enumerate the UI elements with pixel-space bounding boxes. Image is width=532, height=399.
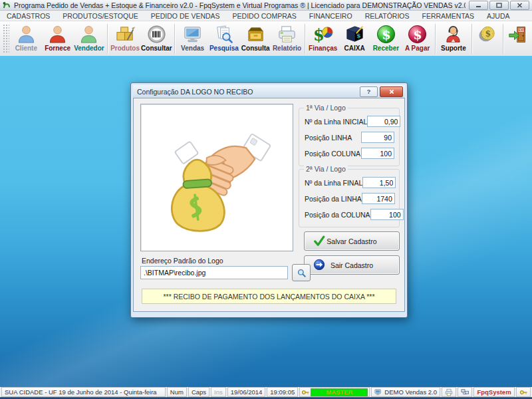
menu-relatorios[interactable]: RELATÓRIOS: [365, 12, 410, 20]
toolbar-button-label: Produtos: [110, 45, 140, 52]
exit-dialog-button-label: Sair Cadastro: [331, 261, 373, 269]
monitor-icon: [182, 23, 203, 45]
logo-path-input[interactable]: [140, 266, 288, 279]
field-label-linha-inicial: Nº da Linha INICIAL: [305, 118, 367, 126]
dialog-footer-note: *** RECIBO DE PAGAMENTO DOS LANÇAMENTOS …: [142, 289, 396, 304]
toolbar-button-receber[interactable]: $ Receber: [370, 22, 402, 56]
statusbar-date: 19/06/2014: [227, 387, 266, 397]
toolbar-button-label: Fornece: [45, 45, 70, 52]
toolbar-button-label: Pesquisa: [209, 45, 239, 52]
svg-text:$: $: [413, 27, 422, 42]
save-button-label: Salvar Cadastro: [327, 237, 376, 245]
desktop-background: Configuração DA LOGO NO RECIBO ?: [0, 56, 532, 387]
dollar-pie-icon: $: [313, 23, 333, 45]
group-first-via: 1ª Via / Logo Nº da Linha INICIAL Posiçã…: [299, 108, 400, 166]
key-icon: [301, 388, 309, 396]
key-icon: [519, 388, 527, 396]
search-pages-icon: [213, 23, 234, 45]
window-title: Programa Pedido de Vendas + Estoque & Fi…: [14, 1, 466, 9]
linha-final-input[interactable]: [362, 177, 396, 188]
linha-inicial-input[interactable]: [367, 116, 400, 127]
toolbar-button-consultar[interactable]: Consultar: [141, 22, 172, 56]
toolbar-button-produtos[interactable]: Produtos: [109, 22, 140, 56]
toolbar-button-label: Finanças: [309, 45, 337, 52]
statusbar-location: SUA CIDADE - UF 19 de Junho de 2014 - Qu…: [1, 387, 166, 397]
statusbar: SUA CIDADE - UF 19 de Junho de 2014 - Qu…: [0, 387, 532, 397]
toolbar-button-financas[interactable]: $ Finanças: [307, 22, 338, 56]
posicao-da-linha-input[interactable]: [362, 193, 395, 204]
menu-financeiro[interactable]: FINANCEIRO: [309, 12, 352, 20]
arrow-right-circle-icon: [313, 259, 325, 272]
posicao-linha-input[interactable]: [361, 132, 394, 143]
exit-dialog-button[interactable]: Sair Cadastro: [304, 255, 400, 275]
field-label-linha-final: Nº da Linha FINAL: [305, 179, 362, 187]
statusbar-brand: FpqSystem: [473, 387, 515, 397]
app-mini-icon: [374, 388, 382, 396]
printer-icon: [277, 23, 297, 45]
toolbar-button-relatorio[interactable]: Relatório: [271, 22, 303, 56]
boxes-icon: [115, 23, 136, 45]
magnifier-icon: [297, 268, 307, 278]
close-button[interactable]: [510, 1, 529, 10]
statusbar-version-panel: DEMO Vendas 2.0: [371, 387, 440, 397]
toolbar-separator: [107, 24, 108, 54]
toolbar-button-exit[interactable]: EXIT: [505, 22, 532, 56]
toolbar-button-consulta[interactable]: Consulta: [240, 22, 271, 56]
menu-pedido-compras[interactable]: PEDIDO COMPRAS: [233, 12, 297, 20]
field-label-posicao-da-coluna: Posição da COLUNA: [305, 211, 370, 219]
statusbar-caps: Caps: [188, 387, 209, 397]
browse-logo-button[interactable]: [292, 264, 311, 281]
dialog-help-button[interactable]: ?: [360, 86, 378, 97]
posicao-da-coluna-input[interactable]: [370, 209, 404, 220]
toolbar-button-a-pagar[interactable]: $ A Pagar: [402, 22, 433, 56]
user-badge: MASTER: [311, 388, 368, 396]
pay-money-icon: $: [407, 23, 428, 45]
toolbar-button-coin[interactable]: $: [473, 22, 500, 56]
toolbar-button-pesquisa[interactable]: Pesquisa: [208, 22, 239, 56]
logo-config-dialog: Configuração DA LOGO NO RECIBO ?: [130, 82, 408, 318]
dialog-titlebar[interactable]: Configuração DA LOGO NO RECIBO ?: [133, 85, 405, 98]
toolbar-button-suporte[interactable]: Suporte: [438, 22, 469, 56]
supplier-person-icon: [47, 23, 68, 45]
toolbar-button-label: Relatório: [273, 45, 301, 52]
file-drawer-icon: [245, 23, 266, 45]
menu-ajuda[interactable]: AJUDA: [487, 12, 509, 20]
seller-person-icon: [78, 23, 99, 45]
save-button[interactable]: Salvar Cadastro: [304, 231, 400, 251]
svg-text:$: $: [485, 28, 491, 38]
group-title: 1ª Via / Logo: [304, 104, 348, 112]
group-title: 2ª Via / Logo: [304, 165, 348, 173]
dialog-close-button[interactable]: [380, 86, 403, 97]
toolbar-button-vendedor[interactable]: Vendedor: [73, 22, 104, 56]
toolbar-separator: [435, 24, 436, 54]
network-icon: [461, 388, 469, 396]
menu-cadastros[interactable]: CADASTROS: [7, 12, 50, 20]
maximize-button[interactable]: [489, 1, 509, 10]
toolbar-button-label: Cliente: [15, 45, 37, 52]
toolbar-button-cliente[interactable]: Cliente: [11, 22, 42, 56]
toolbar-button-caixa[interactable]: $ CAIXA: [338, 22, 370, 56]
dialog-title: Configuração DA LOGO NO RECIBO: [137, 88, 358, 96]
exit-sign-text: EXIT: [519, 28, 525, 31]
field-label-posicao-da-linha: Posição da LINHA: [305, 195, 362, 203]
menu-ferramentas[interactable]: FERRAMENTAS: [422, 12, 475, 20]
minimize-button[interactable]: [469, 1, 488, 10]
toolbar-gripper: [3, 24, 9, 54]
exit-door-icon: EXIT: [508, 23, 529, 45]
menu-pedido-de-vendas[interactable]: PEDIDO DE VENDAS: [151, 12, 220, 20]
receive-money-icon: $: [376, 23, 396, 45]
handshake-moneybag-image: [152, 115, 282, 240]
statusbar-printer-panel[interactable]: [442, 387, 456, 397]
svg-text:$: $: [382, 27, 390, 42]
logo-preview-panel: [140, 104, 293, 251]
menu-produtos-estoque[interactable]: PRODUTOS/ESTOQUE: [63, 12, 138, 20]
posicao-coluna-input[interactable]: [361, 148, 394, 159]
toolbar-button-label: Vendedor: [74, 45, 104, 52]
toolbar-button-label: CAIXA: [344, 45, 364, 52]
statusbar-num: Num: [167, 387, 187, 397]
toolbar-button-vendas[interactable]: Vendas: [177, 22, 208, 56]
statusbar-key-panel[interactable]: [516, 387, 531, 397]
statusbar-ins: Ins: [211, 387, 226, 397]
toolbar-button-fornece[interactable]: Fornece: [42, 22, 73, 56]
statusbar-network-panel[interactable]: [458, 387, 472, 397]
